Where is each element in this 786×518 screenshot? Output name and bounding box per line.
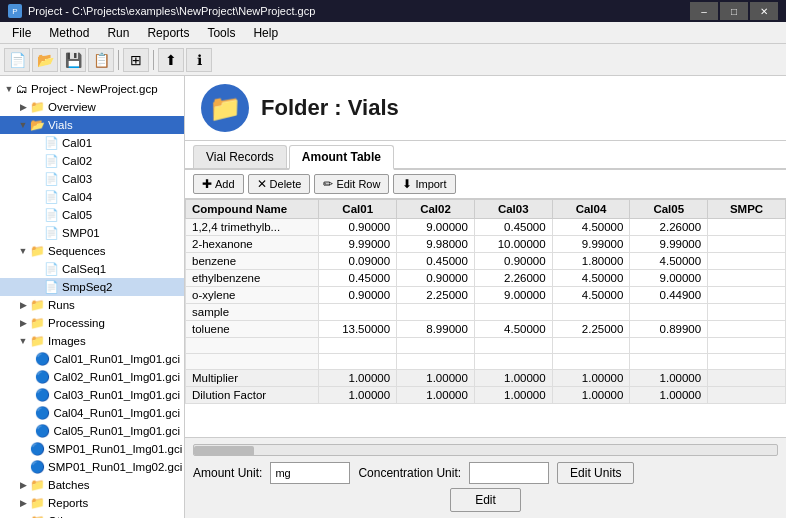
img4-label: Cal04_Run01_Img01.gci [53, 407, 180, 419]
table-container[interactable]: Compound Name Cal01 Cal02 Cal03 Cal04 Ca… [185, 199, 786, 437]
folder-icon: 📁 [30, 514, 45, 518]
sidebar-item-others[interactable]: ▶ 📁 Others [0, 512, 184, 518]
concentration-unit-label: Concentration Unit: [358, 466, 461, 480]
menu-bar: File Method Run Reports Tools Help [0, 22, 786, 44]
cell-cal01: 0.90000 [319, 287, 397, 304]
cal04-label: Cal04 [62, 191, 92, 203]
multiplier-cal01: 1.00000 [319, 370, 397, 387]
cell-name: toluene [186, 321, 319, 338]
table-row[interactable]: toluene 13.50000 8.99000 4.50000 2.25000… [186, 321, 786, 338]
cal03-label: Cal03 [62, 173, 92, 185]
menu-method[interactable]: Method [41, 22, 97, 43]
import-button[interactable]: ⬇ Import [393, 174, 455, 194]
scrollbar-thumb[interactable] [194, 446, 254, 456]
smp01-label: SMP01 [62, 227, 100, 239]
sidebar-item-images[interactable]: ▼ 📁 Images [0, 332, 184, 350]
toolbar-save[interactable]: 💾 [60, 48, 86, 72]
sidebar-item-cal04[interactable]: 📄 Cal04 [0, 188, 184, 206]
edit-row-button[interactable]: ✏ Edit Row [314, 174, 389, 194]
sidebar-item-batches[interactable]: ▶ 📁 Batches [0, 476, 184, 494]
sidebar-item-cal05[interactable]: 📄 Cal05 [0, 206, 184, 224]
menu-file[interactable]: File [4, 22, 39, 43]
sidebar-item-vials[interactable]: ▼ 📂 Vials [0, 116, 184, 134]
cell-smp [708, 287, 786, 304]
cell-cal01: 9.99000 [319, 236, 397, 253]
tabs-bar: Vial Records Amount Table [185, 141, 786, 170]
sidebar-item-img5[interactable]: 🔵 Cal05_Run01_Img01.gci [0, 422, 184, 440]
delete-button[interactable]: ✕ Delete [248, 174, 311, 194]
amount-unit-input[interactable] [270, 462, 350, 484]
sidebar-item-img3[interactable]: 🔵 Cal03_Run01_Img01.gci [0, 386, 184, 404]
sidebar-item-overview[interactable]: ▶ 📁 Overview [0, 98, 184, 116]
cell-cal04 [552, 304, 630, 321]
sidebar-item-cal03[interactable]: 📄 Cal03 [0, 170, 184, 188]
cell-name: o-xylene [186, 287, 319, 304]
amount-unit-label: Amount Unit: [193, 466, 262, 480]
table-row[interactable]: o-xylene 0.90000 2.25000 9.00000 4.50000… [186, 287, 786, 304]
table-row[interactable]: ethylbenzene 0.45000 0.90000 2.26000 4.5… [186, 270, 786, 287]
sidebar-item-img2[interactable]: 🔵 Cal02_Run01_Img01.gci [0, 368, 184, 386]
folder-icon: 📁 [30, 334, 45, 348]
multiplier-label: Multiplier [186, 370, 319, 387]
folder-icon: 📁 [30, 496, 45, 510]
img5-label: Cal05_Run01_Img01.gci [53, 425, 180, 437]
sidebar-item-reports[interactable]: ▶ 📁 Reports [0, 494, 184, 512]
img7-label: SMP01_Run01_Img02.gci [48, 461, 182, 473]
sidebar-item-smpseq2[interactable]: 📄 SmpSeq2 [0, 278, 184, 296]
maximize-button[interactable]: □ [720, 2, 748, 20]
col-cal02: Cal02 [397, 200, 475, 219]
menu-reports[interactable]: Reports [139, 22, 197, 43]
cell-cal01: 0.45000 [319, 270, 397, 287]
toolbar-saveas[interactable]: 📋 [88, 48, 114, 72]
cell-smp [708, 270, 786, 287]
vials-label: Vials [48, 119, 73, 131]
expand-icon: ▶ [16, 102, 30, 112]
toolbar-new[interactable]: 📄 [4, 48, 30, 72]
expand-icon: ▼ [16, 120, 30, 130]
table-row[interactable]: 1,2,4 trimethylb... 0.90000 9.00000 0.45… [186, 219, 786, 236]
menu-tools[interactable]: Tools [199, 22, 243, 43]
horizontal-scrollbar[interactable] [193, 444, 778, 456]
edit-button[interactable]: Edit [450, 488, 521, 512]
img2-label: Cal02_Run01_Img01.gci [53, 371, 180, 383]
sidebar-item-img6[interactable]: 🔵 SMP01_Run01_Img01.gci [0, 440, 184, 458]
sidebar-item-img4[interactable]: 🔵 Cal04_Run01_Img01.gci [0, 404, 184, 422]
toolbar-grid[interactable]: ⊞ [123, 48, 149, 72]
sidebar-item-calseq1[interactable]: 📄 CalSeq1 [0, 260, 184, 278]
sidebar-item-cal02[interactable]: 📄 Cal02 [0, 152, 184, 170]
dilution-cal03: 1.00000 [474, 387, 552, 404]
file-icon: 📄 [44, 154, 59, 168]
sidebar-item-img1[interactable]: 🔵 Cal01_Run01_Img01.gci [0, 350, 184, 368]
toolbar-open[interactable]: 📂 [32, 48, 58, 72]
tab-vial-records[interactable]: Vial Records [193, 145, 287, 168]
menu-run[interactable]: Run [99, 22, 137, 43]
sidebar-item-project[interactable]: ▼ 🗂 Project - NewProject.gcp [0, 80, 184, 98]
dilution-cal05: 1.00000 [630, 387, 708, 404]
content-area: 📁 Folder : Vials Vial Records Amount Tab… [185, 76, 786, 518]
sidebar-item-sequences[interactable]: ▼ 📁 Sequences [0, 242, 184, 260]
processing-label: Processing [48, 317, 105, 329]
table-row[interactable]: benzene 0.09000 0.45000 0.90000 1.80000 … [186, 253, 786, 270]
minimize-button[interactable]: – [690, 2, 718, 20]
sidebar-item-processing[interactable]: ▶ 📁 Processing [0, 314, 184, 332]
sidebar-item-img7[interactable]: 🔵 SMP01_Run01_Img02.gci [0, 458, 184, 476]
tab-amount-table[interactable]: Amount Table [289, 145, 394, 170]
folder-icon: 📁 [30, 478, 45, 492]
sidebar-item-cal01[interactable]: 📄 Cal01 [0, 134, 184, 152]
sidebar-item-runs[interactable]: ▶ 📁 Runs [0, 296, 184, 314]
edit-units-button[interactable]: Edit Units [557, 462, 634, 484]
cell-cal04: 4.50000 [552, 287, 630, 304]
expand-icon: ▶ [16, 480, 30, 490]
sidebar-item-smp01[interactable]: 📄 SMP01 [0, 224, 184, 242]
menu-help[interactable]: Help [245, 22, 286, 43]
image-icon: 🔵 [35, 352, 50, 366]
table-row[interactable]: sample [186, 304, 786, 321]
table-row[interactable]: 2-hexanone 9.99000 9.98000 10.00000 9.99… [186, 236, 786, 253]
cell-cal05: 9.00000 [630, 270, 708, 287]
toolbar-info[interactable]: ℹ [186, 48, 212, 72]
close-button[interactable]: ✕ [750, 2, 778, 20]
file-icon: 📄 [44, 136, 59, 150]
add-button[interactable]: ✚ Add [193, 174, 244, 194]
toolbar-export[interactable]: ⬆ [158, 48, 184, 72]
concentration-unit-input[interactable] [469, 462, 549, 484]
